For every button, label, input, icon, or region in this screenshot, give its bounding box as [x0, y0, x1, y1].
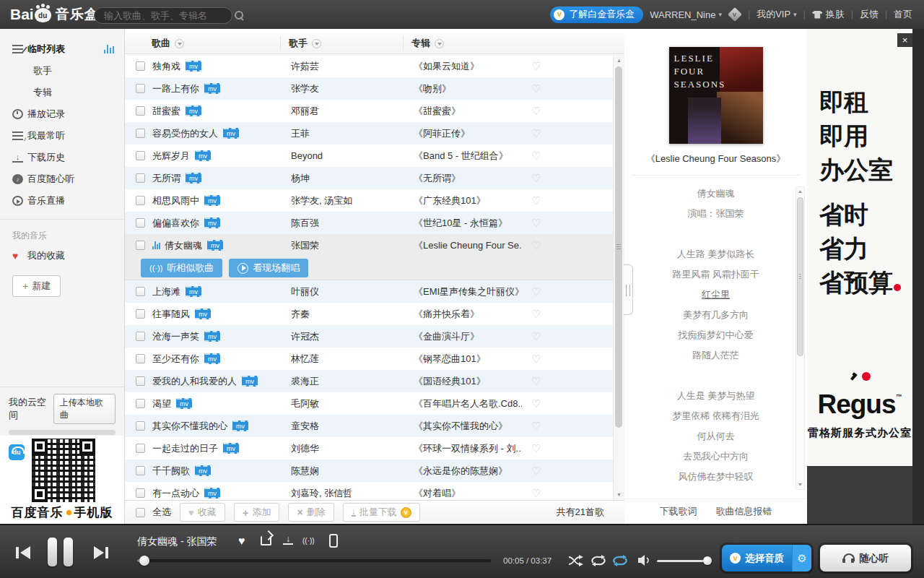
column-header-artist[interactable]: 歌手: [289, 33, 321, 54]
mv-icon[interactable]: mv: [232, 420, 248, 431]
gear-icon[interactable]: ⚙: [792, 545, 811, 571]
report-song-info-link[interactable]: 歌曲信息报错: [716, 505, 772, 518]
favorite-heart-icon[interactable]: ♡: [531, 105, 541, 118]
mv-icon[interactable]: mv: [195, 150, 211, 161]
progress-knob[interactable]: [139, 556, 149, 566]
download-icon[interactable]: ↓: [283, 535, 293, 545]
row-checkbox[interactable]: [136, 173, 145, 183]
table-scrollbar[interactable]: ▲ ▼: [613, 55, 624, 500]
row-checkbox[interactable]: [136, 399, 145, 408]
table-row[interactable]: 其实你不懂我的心 mv 童安格 《其实你不懂我的心》 ♡: [125, 415, 613, 437]
row-checkbox[interactable]: [136, 287, 145, 296]
favorite-button[interactable]: ♥ 收藏: [180, 503, 225, 522]
table-row[interactable]: 爱我的人和我爱的人 mv 裘海正 《国语经典101》 ♡: [125, 370, 613, 392]
sidebar-item-temp-playlist[interactable]: 临时列表: [0, 38, 124, 60]
row-checkbox[interactable]: [136, 84, 145, 93]
favorite-heart-icon[interactable]: ♡: [531, 217, 541, 230]
scroll-up-arrow[interactable]: ▲: [614, 56, 624, 65]
sidebar-item-albums[interactable]: 专辑: [0, 82, 124, 103]
home-link[interactable]: 首页: [894, 8, 912, 21]
delete-button[interactable]: × 删除: [288, 503, 334, 522]
favorite-heart-icon[interactable]: ♡: [531, 442, 541, 455]
row-checkbox[interactable]: [136, 106, 145, 116]
search-input[interactable]: [95, 10, 234, 21]
mv-icon[interactable]: mv: [204, 195, 220, 206]
mv-icon[interactable]: mv: [242, 376, 258, 387]
sidebar-item-favorites[interactable]: ♥ 我的收藏: [0, 245, 124, 267]
loop-icon-active[interactable]: [612, 554, 628, 567]
ad-card[interactable]: × 即租 即用 办公室 省时 省力 省预算 Regus™ 雷格斯服务式办公室: [807, 29, 912, 466]
row-checkbox[interactable]: [136, 332, 145, 341]
table-row[interactable]: 偏偏喜欢你 mv 陈百强 《世纪10星 - 永恒篇》 ♡: [125, 212, 613, 234]
username-menu[interactable]: WARREN_Nine ▾: [650, 9, 722, 20]
table-row[interactable]: 千千阙歌 mv 陈慧娴 《永远是你的陈慧娴》 ♡: [125, 460, 613, 482]
table-row[interactable]: 一路上有你 mv 张学友 《吻别》 ♡: [125, 77, 613, 100]
favorite-heart-icon[interactable]: ♡: [531, 239, 541, 252]
row-checkbox[interactable]: [136, 488, 145, 498]
progress-bar[interactable]: [137, 559, 491, 562]
table-row[interactable]: 倩女幽魂 mv 张国荣 《Leslie Cheung Four Se... ♡: [125, 234, 613, 256]
favorite-heart-icon[interactable]: ♡: [531, 420, 541, 433]
table-row[interactable]: 往事随风 mv 齐秦 《痛并快乐着》 ♡: [125, 303, 613, 325]
share-icon[interactable]: [261, 536, 271, 545]
scroll-down-arrow[interactable]: ▼: [796, 480, 804, 489]
favorite-heart-icon[interactable]: ♡: [531, 150, 541, 163]
mv-icon[interactable]: mv: [223, 128, 239, 139]
table-row[interactable]: 沧海一声笑 mv 许冠杰 《金曲演斗厅》 ♡: [125, 325, 613, 348]
my-vip-menu[interactable]: 我的VIP ▾: [757, 8, 797, 21]
mv-icon[interactable]: mv: [186, 286, 201, 297]
sort-chevron-icon[interactable]: [175, 39, 184, 48]
row-checkbox[interactable]: [136, 151, 145, 160]
favorite-heart-icon[interactable]: ♡: [531, 172, 541, 185]
row-checkbox[interactable]: [136, 241, 145, 250]
table-row[interactable]: 有一点动心 mv 刘嘉玲, 张信哲 《对着唱》 ♡: [125, 482, 613, 500]
mv-icon[interactable]: mv: [186, 173, 201, 184]
volume-icon[interactable]: [638, 555, 651, 566]
table-row[interactable]: 光辉岁月 mv Beyond 《Band 5 - 世纪组合》 ♡: [125, 144, 613, 167]
sidebar-item-most-played[interactable]: ♪ 我最常听: [0, 125, 124, 147]
shuffle-icon[interactable]: [567, 554, 585, 567]
scrollbar-thumb[interactable]: [797, 197, 803, 356]
favorite-heart-icon[interactable]: ♡: [531, 82, 541, 95]
previous-track-button[interactable]: [16, 546, 32, 559]
mv-icon[interactable]: mv: [204, 83, 220, 94]
favorite-heart-icon[interactable]: ♡: [531, 375, 541, 388]
mv-icon[interactable]: mv: [195, 309, 211, 319]
sidebar-item-play-history[interactable]: 播放记录: [0, 103, 124, 125]
mv-icon[interactable]: mv: [204, 488, 220, 499]
volume-knob[interactable]: [703, 556, 712, 565]
table-row[interactable]: 无所谓 mv 杨坤 《无所谓》 ♡: [125, 167, 613, 189]
favorite-heart-icon[interactable]: ♥: [238, 535, 245, 548]
table-row[interactable]: 至少还有你 mv 林忆莲 《钢琴恋曲101》 ♡: [125, 348, 613, 370]
favorite-heart-icon[interactable]: ♡: [531, 397, 541, 410]
row-checkbox[interactable]: [136, 218, 145, 228]
row-checkbox[interactable]: [136, 444, 145, 453]
volume-slider[interactable]: [657, 560, 710, 562]
favorite-heart-icon[interactable]: ♡: [531, 194, 541, 207]
mv-icon[interactable]: mv: [176, 398, 192, 409]
column-header-song[interactable]: 歌曲: [152, 33, 184, 54]
favorite-heart-icon[interactable]: ♡: [531, 487, 541, 500]
table-row[interactable]: 相思风雨中 mv 张学友, 汤宝如 《广东经典101》 ♡: [125, 189, 613, 212]
close-icon[interactable]: ×: [897, 33, 912, 47]
repeat-one-icon[interactable]: [590, 554, 606, 567]
favorite-heart-icon[interactable]: ♡: [531, 308, 541, 321]
feedback-link[interactable]: 反馈: [860, 8, 879, 21]
favorite-heart-icon[interactable]: ♡: [531, 127, 541, 140]
table-row[interactable]: 独角戏 mv 许茹芸 《如果云知道》 ♡: [125, 55, 613, 77]
panel-collapse-handle[interactable]: [624, 264, 633, 315]
row-checkbox[interactable]: [136, 129, 145, 138]
phone-icon[interactable]: [329, 534, 338, 548]
new-playlist-button[interactable]: + 新建: [12, 275, 61, 297]
platinum-promo-button[interactable]: V 了解白金音乐盒: [550, 7, 643, 23]
scroll-up-arrow[interactable]: ▲: [796, 187, 804, 196]
table-row[interactable]: 上海滩 mv 叶丽仪 《EMI星声传集之叶丽仪》 ♡: [125, 280, 613, 303]
upload-local-songs-button[interactable]: 上传本地歌曲: [53, 394, 116, 424]
sidebar-item-baidu-radio[interactable]: ♪ 百度随心听: [0, 168, 124, 190]
sidebar-item-artists[interactable]: 歌手: [0, 60, 124, 82]
random-listen-button[interactable]: 随心听: [820, 545, 911, 571]
column-header-album[interactable]: 专辑: [411, 33, 444, 54]
mv-icon[interactable]: mv: [204, 217, 220, 228]
pause-button[interactable]: [48, 538, 73, 566]
mv-icon[interactable]: mv: [223, 443, 239, 454]
